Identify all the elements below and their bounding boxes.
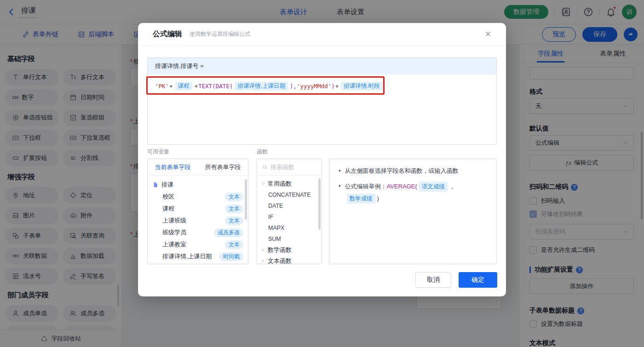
- formula-field-chip[interactable]: 课程: [175, 82, 192, 91]
- close-icon[interactable]: ✕: [485, 29, 491, 39]
- cancel-button[interactable]: 取消: [415, 272, 451, 288]
- variable-type-badge: 成员多选: [214, 228, 243, 237]
- functions-list: 常用函数CONCATENATEDATEIFMAPXSUM数学函数文本函数: [257, 176, 322, 264]
- function-item[interactable]: DATE: [257, 200, 322, 211]
- variables-tab[interactable]: 所有表单字段: [198, 159, 248, 175]
- confirm-button[interactable]: 确定: [459, 272, 497, 288]
- variable-name: 班级学员: [162, 228, 186, 237]
- functions-label: 函数: [257, 148, 268, 156]
- variables-list: 排课校区文本课程文本上课班级文本班级学员成员多选上课教室文本排课详情.上课日期时…: [148, 176, 248, 264]
- formula-function: ): [331, 83, 335, 90]
- formula-expression[interactable]: 'PK'+课程+TEXT(DATE(排课详情.上课日期),'yyyyMMdd')…: [155, 82, 489, 91]
- tip-example-prefix: 公式编辑举例：: [345, 182, 387, 191]
- function-group[interactable]: 数学函数: [257, 245, 322, 256]
- variables-tabs: 当前表单字段所有表单字段: [148, 159, 248, 176]
- variable-name: 上课教室: [162, 240, 186, 249]
- formula-target-field: 排课详情.排课号 =: [148, 58, 496, 74]
- tip-example-separator: ，: [449, 182, 455, 191]
- formula-operator: +: [335, 83, 339, 90]
- function-item[interactable]: CONCATENATE: [257, 189, 322, 200]
- variables-scrollbar[interactable]: [245, 179, 247, 220]
- formula-field-chip[interactable]: 排课详情.上课日期: [235, 82, 288, 91]
- variable-type-badge: 文本: [225, 205, 243, 213]
- variable-form-root[interactable]: 排课: [152, 179, 243, 191]
- variable-name: 上课班级: [162, 216, 186, 225]
- variable-row[interactable]: 班级学员成员多选: [152, 227, 243, 239]
- function-search-input[interactable]: [270, 164, 312, 171]
- variables-panel: 当前表单字段所有表单字段 排课校区文本课程文本上课班级文本班级学员成员多选上课教…: [147, 159, 248, 264]
- variables-label: 可用变量: [147, 148, 169, 156]
- tip-example-field-chip: 语文成绩: [419, 182, 448, 192]
- function-group-name: 数学函数: [268, 246, 292, 254]
- function-search: [257, 159, 322, 176]
- variable-type-badge: 文本: [225, 240, 243, 249]
- functions-panel: 常用函数CONCATENATEDATEIFMAPXSUM数学函数文本函数: [257, 159, 322, 264]
- variable-row[interactable]: 上课班级文本: [152, 215, 243, 227]
- variable-row[interactable]: 排课详情.上课日期时间戳: [152, 250, 243, 262]
- variable-row[interactable]: 上课教室文本: [152, 239, 243, 250]
- variables-tab[interactable]: 当前表单字段: [148, 159, 198, 175]
- variable-name: 校区: [162, 193, 174, 201]
- formula-function: ),: [290, 83, 297, 90]
- modal-subtitle: 使用数学运算符编辑公式: [190, 30, 250, 38]
- variable-name: 课程: [162, 205, 174, 213]
- function-item[interactable]: MAPX: [257, 222, 322, 233]
- formula-function: TEXT(DATE(: [198, 83, 233, 90]
- tip-line-2: •公式编辑举例：AVERAGE(语文成绩，数学成绩 ): [339, 182, 487, 204]
- tip-example: 公式编辑举例：AVERAGE(语文成绩，数学成绩 ): [345, 182, 487, 204]
- tip-example-function: AVERAGE(: [387, 182, 417, 191]
- doc-icon: [152, 182, 159, 188]
- variable-type-badge: 文本: [225, 216, 243, 225]
- modal-title: 公式编辑: [153, 29, 182, 39]
- variable-type-badge: 文本: [225, 193, 243, 201]
- functions-scrollbar[interactable]: [318, 178, 321, 230]
- formula-editor[interactable]: 排课详情.排课号 = 'PK'+课程+TEXT(DATE(排课详情.上课日期),…: [147, 57, 497, 145]
- tips-panel: •从左侧面板选择字段名和函数，或输入函数 •公式编辑举例：AVERAGE(语文成…: [329, 159, 497, 264]
- tip-example-field-chip: 数学成绩: [347, 193, 375, 204]
- formula-field-chip[interactable]: 排课详情.时段: [341, 82, 382, 91]
- variable-row[interactable]: 课程文本: [152, 203, 243, 215]
- formula-operator: +: [195, 83, 198, 90]
- function-item[interactable]: IF: [257, 211, 322, 222]
- chevron-right-icon: [261, 248, 265, 252]
- tip-line-1: •从左侧面板选择字段名和函数，或输入函数: [339, 166, 487, 176]
- variable-type-badge: 时间戳: [219, 252, 243, 261]
- formula-operator: +: [169, 83, 173, 90]
- search-icon: [262, 164, 268, 170]
- function-group-name: 文本函数: [268, 257, 292, 264]
- formula-string: 'yyyyMMdd': [297, 83, 331, 90]
- function-group[interactable]: 文本函数: [257, 256, 322, 264]
- chevron-down-icon: [261, 182, 265, 186]
- chevron-right-icon: [261, 259, 265, 263]
- modal-header: 公式编辑 使用数学运算符编辑公式 ✕: [138, 23, 506, 46]
- form-name: 排课: [161, 181, 173, 189]
- tip-example-suffix: ): [377, 194, 379, 203]
- function-group-name: 常用函数: [268, 180, 292, 188]
- formula-string: 'PK': [155, 83, 169, 90]
- formula-editor-modal: 公式编辑 使用数学运算符编辑公式 ✕ 排课详情.排课号 = 'PK'+课程+TE…: [138, 23, 506, 296]
- variable-name: 排课详情.上课日期: [162, 252, 212, 261]
- function-group[interactable]: 常用函数: [257, 178, 322, 189]
- function-item[interactable]: SUM: [257, 233, 322, 245]
- variable-row[interactable]: 校区文本: [152, 191, 243, 203]
